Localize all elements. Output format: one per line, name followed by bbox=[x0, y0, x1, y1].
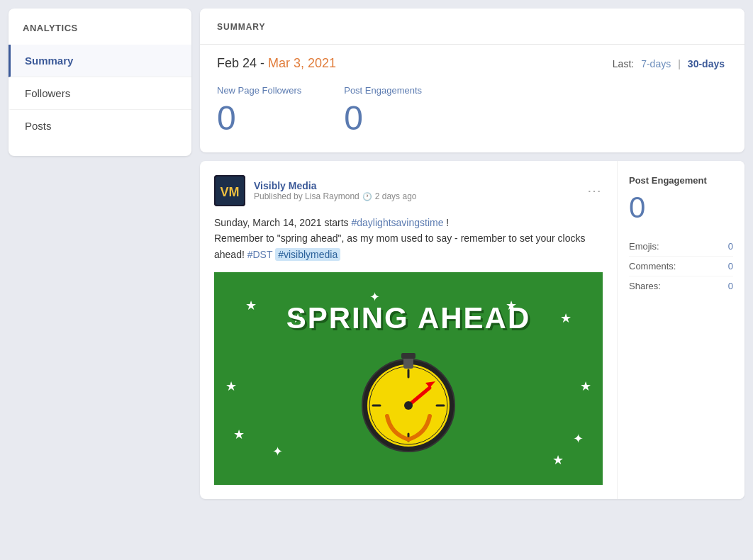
engagement-row-comments: Comments: 0 bbox=[629, 257, 733, 276]
date-start: Feb 24 - bbox=[217, 56, 268, 70]
star-icon: ★ bbox=[560, 310, 571, 326]
engagement-panel: Post Engagement 0 Emojis: 0 Comments: 0 … bbox=[617, 161, 744, 499]
star-icon: ★ bbox=[233, 427, 245, 442]
date-row: Feb 24 - Mar 3, 2021 Last: 7-days | 30-d… bbox=[200, 45, 744, 79]
last-buttons-group: Last: 7-days | 30-days bbox=[613, 57, 727, 71]
section-title: SUMMARY bbox=[217, 22, 266, 32]
post-card: VM Visibly Media Published by Lisa Raymo… bbox=[200, 161, 744, 499]
post-author-name: Visibly Media bbox=[254, 180, 416, 191]
comments-count: 0 bbox=[728, 261, 733, 271]
post-author-info: Visibly Media Published by Lisa Raymond … bbox=[254, 180, 416, 201]
metric-new-followers: New Page Followers 0 bbox=[217, 85, 301, 135]
clock-svg bbox=[352, 342, 465, 455]
engagement-row-emojis: Emojis: 0 bbox=[629, 237, 733, 257]
text-normal-1: Sunday, March 14, 2021 starts bbox=[214, 217, 352, 228]
star-icon: ★ bbox=[580, 379, 591, 394]
metrics-row: New Page Followers 0 Post Engagements 0 bbox=[200, 79, 744, 152]
svg-rect-14 bbox=[401, 353, 415, 359]
time-ago: 2 days ago bbox=[375, 191, 417, 201]
star-icon: ★ bbox=[552, 452, 564, 468]
btn-30days[interactable]: 30-days bbox=[685, 57, 727, 71]
date-end: Mar 3, 2021 bbox=[268, 56, 336, 70]
hashtag-dst-time: #daylightsavingstime bbox=[352, 217, 444, 228]
engagement-row-shares: Shares: 0 bbox=[629, 276, 733, 296]
sidebar-item-posts[interactable]: Posts bbox=[9, 110, 191, 142]
spring-ahead-text: SPRING AHEAD bbox=[286, 302, 530, 335]
engagement-value: 0 bbox=[629, 193, 733, 223]
star-icon: ★ bbox=[225, 379, 237, 394]
section-header: SUMMARY bbox=[200, 9, 744, 45]
date-range: Feb 24 - Mar 3, 2021 bbox=[217, 56, 336, 71]
hashtag-visiblymedia: #visiblymedia bbox=[275, 248, 340, 261]
main-content: SUMMARY Feb 24 - Mar 3, 2021 Last: 7-day… bbox=[200, 0, 753, 560]
star-icon: ✦ bbox=[272, 444, 283, 459]
sidebar-title: ANALYTICS bbox=[9, 23, 191, 45]
post-main-area: VM Visibly Media Published by Lisa Raymo… bbox=[200, 161, 617, 499]
btn-7days[interactable]: 7-days bbox=[638, 57, 674, 71]
sidebar-item-followers[interactable]: Followers bbox=[9, 77, 191, 110]
avatar: VM bbox=[214, 175, 245, 206]
sidebar-item-summary[interactable]: Summary bbox=[9, 45, 191, 77]
hashtag-dst: #DST bbox=[247, 249, 273, 260]
post-menu-button[interactable]: ⋯ bbox=[587, 182, 603, 199]
svg-text:VM: VM bbox=[221, 185, 240, 199]
sidebar: ANALYTICS Summary Followers Posts bbox=[9, 9, 191, 156]
emojis-label: Emojis: bbox=[629, 241, 659, 252]
metric-label: Post Engagements bbox=[344, 85, 422, 96]
sidebar-item-label: Followers bbox=[25, 87, 70, 99]
metric-value: 0 bbox=[344, 101, 422, 135]
last-label: Last: bbox=[613, 58, 634, 69]
post-text: Sunday, March 14, 2021 starts #daylights… bbox=[214, 215, 603, 262]
engagement-title: Post Engagement bbox=[629, 175, 733, 186]
sidebar-item-label: Posts bbox=[25, 120, 52, 132]
shares-count: 0 bbox=[728, 281, 733, 291]
comments-label: Comments: bbox=[629, 261, 676, 271]
metric-post-engagements: Post Engagements 0 bbox=[344, 85, 422, 135]
metric-label: New Page Followers bbox=[217, 85, 301, 96]
emojis-count: 0 bbox=[728, 241, 733, 252]
published-by: Published by Lisa Raymond bbox=[254, 191, 359, 201]
clock-icon: 🕐 bbox=[362, 192, 372, 201]
svg-point-12 bbox=[404, 401, 413, 410]
shares-label: Shares: bbox=[629, 281, 661, 291]
sidebar-item-label: Summary bbox=[25, 55, 73, 67]
star-icon: ★ bbox=[245, 298, 257, 313]
separator: | bbox=[678, 58, 681, 69]
post-image: ★ ★ ✦ ★ ★ ★ ✦ ★ ✦ ★ ★ SPRING AHEAD bbox=[214, 272, 603, 485]
metric-value: 0 bbox=[217, 101, 301, 135]
post-header: VM Visibly Media Published by Lisa Raymo… bbox=[214, 175, 603, 206]
star-icon: ✦ bbox=[573, 431, 584, 447]
post-author: VM Visibly Media Published by Lisa Raymo… bbox=[214, 175, 416, 206]
summary-panel: SUMMARY Feb 24 - Mar 3, 2021 Last: 7-day… bbox=[200, 9, 744, 152]
post-author-meta: Published by Lisa Raymond 🕐 2 days ago bbox=[254, 191, 416, 201]
